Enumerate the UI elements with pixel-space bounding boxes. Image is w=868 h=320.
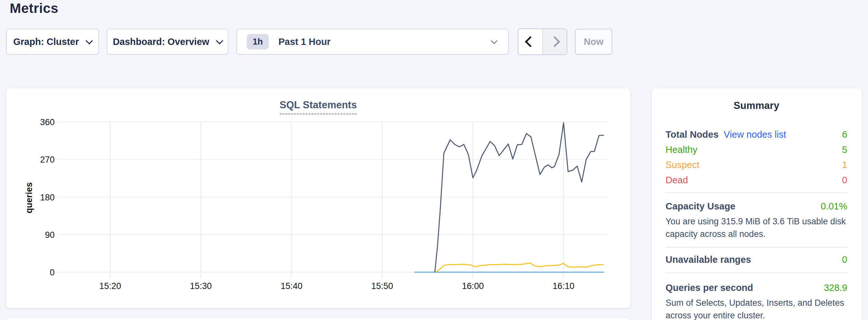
nodes-block: Total Nodes View nodes list 6 Healthy 5 … xyxy=(665,127,847,188)
now-button[interactable]: Now xyxy=(575,29,612,55)
svg-text:16:10: 16:10 xyxy=(553,281,575,291)
svg-text:360: 360 xyxy=(40,117,55,127)
divider xyxy=(665,247,847,248)
suspect-value: 1 xyxy=(842,160,847,170)
summary-panel: Summary Total Nodes View nodes list 6 He… xyxy=(652,88,862,320)
unavailable-ranges-section: Unavailable ranges 0 xyxy=(665,252,847,267)
svg-text:180: 180 xyxy=(40,193,55,202)
dead-label: Dead xyxy=(665,175,688,186)
graph-dropdown[interactable]: Graph: Cluster xyxy=(6,29,99,55)
capacity-usage-label: Capacity Usage xyxy=(665,201,735,212)
time-pager xyxy=(518,28,567,55)
view-nodes-list-link[interactable]: View nodes list xyxy=(724,129,786,140)
total-nodes-value: 6 xyxy=(842,129,847,140)
svg-text:15:20: 15:20 xyxy=(99,281,121,291)
prev-time-button[interactable] xyxy=(518,29,542,54)
dead-value: 0 xyxy=(842,175,847,186)
healthy-value: 5 xyxy=(842,145,847,155)
divider xyxy=(665,192,847,193)
svg-text:15:40: 15:40 xyxy=(281,281,303,291)
total-nodes-row: Total Nodes View nodes list 6 xyxy=(665,127,847,142)
dashboard-dropdown[interactable]: Dashboard: Overview xyxy=(107,29,228,55)
divider xyxy=(665,273,847,273)
queries-per-second-label: Queries per second xyxy=(665,283,753,293)
next-time-button[interactable] xyxy=(542,29,567,54)
svg-text:16:00: 16:00 xyxy=(462,281,484,291)
graph-dropdown-label: Graph: Cluster xyxy=(13,36,79,47)
unavailable-ranges-value: 0 xyxy=(842,254,847,265)
dead-nodes-row: Dead 0 xyxy=(665,172,847,188)
svg-text:15:50: 15:50 xyxy=(371,281,393,291)
chevron-down-icon xyxy=(86,37,93,44)
svg-text:270: 270 xyxy=(40,155,55,164)
healthy-nodes-row: Healthy 5 xyxy=(665,142,847,157)
queries-per-second-value: 328.9 xyxy=(824,283,847,293)
sql-statements-chart: 09018027036015:2015:3015:4015:5016:0016:… xyxy=(6,88,630,309)
dashboard-dropdown-label: Dashboard: Overview xyxy=(113,36,209,47)
suspect-label: Suspect xyxy=(665,160,700,170)
capacity-section: Capacity Usage 0.01% You are using 315.9… xyxy=(665,199,847,241)
suspect-nodes-row: Suspect 1 xyxy=(665,157,847,172)
healthy-label: Healthy xyxy=(665,145,697,155)
chevron-down-icon xyxy=(216,37,223,44)
chevron-right-icon xyxy=(549,36,560,47)
chevron-left-icon xyxy=(525,36,536,47)
time-window-label: Past 1 Hour xyxy=(278,36,331,47)
queries-per-second-description: Sum of Selects, Updates, Inserts, and De… xyxy=(665,297,847,320)
page-title: Metrics xyxy=(10,1,59,16)
time-window-selector[interactable]: 1h Past 1 Hour xyxy=(237,29,509,55)
svg-text:15:30: 15:30 xyxy=(190,281,212,291)
queries-per-second-section: Queries per second 328.9 Sum of Selects,… xyxy=(665,280,847,320)
capacity-usage-value: 0.01% xyxy=(821,201,847,212)
capacity-usage-description: You are using 315.9 MiB of 3.6 TiB usabl… xyxy=(665,215,847,241)
svg-text:90: 90 xyxy=(45,230,55,240)
unavailable-ranges-label: Unavailable ranges xyxy=(665,254,751,265)
chevron-down-icon xyxy=(491,37,497,44)
sql-statements-card: SQL Statements queries 09018027036015:20… xyxy=(6,88,630,308)
time-window-badge: 1h xyxy=(247,34,269,50)
next-chart-card-peek xyxy=(6,318,630,320)
svg-text:0: 0 xyxy=(50,268,55,277)
total-nodes-label: Total Nodes xyxy=(665,129,719,140)
summary-title: Summary xyxy=(665,100,847,111)
